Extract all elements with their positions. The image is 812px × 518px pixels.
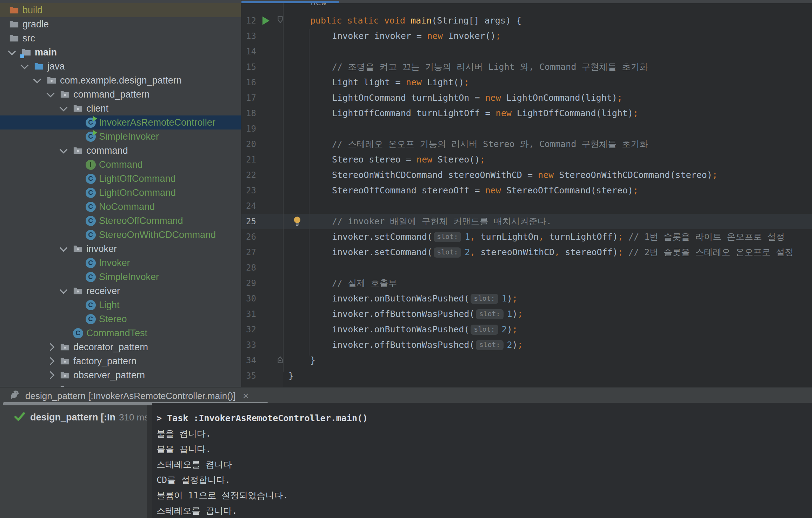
chevron-down-icon[interactable]	[60, 146, 68, 154]
tree-item-label: SimpleInvoker	[99, 131, 159, 142]
class-icon: C	[85, 131, 96, 142]
tree-item-command[interactable]: command	[0, 144, 241, 158]
token-po: ;	[512, 293, 518, 304]
tree-item-StereoOffCommand[interactable]: CStereoOffCommand	[0, 214, 241, 228]
tree-item-label: Invoker	[99, 258, 130, 268]
console-separator[interactable]	[147, 405, 152, 518]
token-num: 1	[507, 309, 512, 319]
tree-item-Invoker[interactable]: CInvoker	[0, 256, 241, 270]
tree-item-factory_pattern[interactable]: factory_pattern	[0, 354, 241, 368]
chevron-box	[61, 106, 73, 111]
tree-item-Command[interactable]: ICommand	[0, 158, 241, 172]
run-console[interactable]: > Task :InvokerAsRemoteController.main()…	[152, 403, 812, 518]
token-num: 1	[465, 232, 470, 242]
class-glyph: C	[86, 272, 96, 282]
chevron-down-icon[interactable]	[21, 61, 29, 69]
line-number: 22	[241, 167, 256, 183]
chevron-down-icon[interactable]	[33, 75, 41, 84]
chevron-box	[61, 288, 73, 294]
close-icon[interactable]: ×	[243, 390, 249, 402]
chevron-right-icon[interactable]	[47, 371, 55, 379]
tree-item-gradle[interactable]: gradle	[0, 17, 241, 31]
chevron-right-icon[interactable]	[47, 357, 55, 365]
package-icon	[60, 384, 70, 387]
tree-item-java[interactable]: java	[0, 59, 241, 73]
class-icon: C	[85, 201, 96, 212]
token-cmt: // 1번 슬롯을 라이트 온오프로 설정	[623, 232, 785, 242]
folder-main-icon	[21, 47, 32, 58]
line-number: 28	[241, 260, 256, 275]
tree-item-main[interactable]: main	[0, 45, 241, 59]
line-number: 19	[241, 121, 256, 137]
token-cmt: // invoker 배열에 구현체 커맨드를 매치시켜준다.	[332, 216, 552, 226]
tree-item-observer_pattern[interactable]: observer_pattern	[0, 368, 241, 382]
fold-end-icon[interactable]	[277, 356, 283, 365]
interface-icon: I	[85, 159, 96, 170]
tree-item-LightOffCommand[interactable]: CLightOffCommand	[0, 172, 241, 186]
token-num: 2	[465, 247, 470, 257]
run-gutter-icon[interactable]	[262, 16, 269, 25]
tree-item-receiver[interactable]: receiver	[0, 284, 241, 298]
line-number: 15	[241, 59, 256, 75]
class-icon: C	[85, 230, 96, 240]
line-number: 29	[241, 275, 256, 291]
chevron-right-icon[interactable]	[47, 343, 55, 351]
intention-bulb-icon[interactable]	[293, 216, 302, 228]
line-number: 20	[241, 137, 256, 152]
tree-item-SimpleInvoker[interactable]: CSimpleInvoker	[0, 270, 241, 284]
tree-item-label: Stereo	[99, 314, 127, 325]
tree-item-label: command	[86, 145, 128, 156]
code-editor[interactable]: new * 1213141516171819202122232425262728…	[241, 3, 812, 387]
tree-item-InvokerAsRemoteController[interactable]: CInvokerAsRemoteController	[0, 115, 241, 130]
token-id: invoker.onButtonWasPushed(	[332, 293, 469, 304]
chevron-box	[34, 78, 46, 83]
chevron-down-icon[interactable]	[60, 104, 68, 112]
tree-item-clipped[interactable]	[0, 382, 241, 387]
fold-collapse-icon[interactable]	[277, 16, 283, 25]
tree-item-SimpleInvoker[interactable]: CSimpleInvoker	[0, 130, 241, 144]
tree-item-command_pattern[interactable]: command_pattern	[0, 87, 241, 101]
token-kw: new	[406, 77, 422, 87]
token-po: ;	[618, 232, 623, 242]
chevron-down-icon[interactable]	[47, 89, 55, 98]
chevron-box	[48, 358, 60, 364]
tree-item-Light[interactable]: CLight	[0, 298, 241, 312]
tree-item-label: client	[86, 103, 108, 114]
tree-item-decorator_pattern[interactable]: decorator_pattern	[0, 340, 241, 354]
class-icon: C	[85, 272, 96, 282]
tree-item-LightOnCommand[interactable]: CLightOnCommand	[0, 186, 241, 200]
chevron-down-icon[interactable]	[60, 286, 68, 294]
tree-item-src[interactable]: src	[0, 31, 241, 45]
line-number: 31	[241, 306, 256, 322]
token-po: ,	[470, 232, 475, 242]
token-cmt: // 2번 슬롯을 스테레오 온오프로 설정	[623, 247, 793, 257]
chevron-down-icon[interactable]	[8, 47, 16, 55]
line-number: 13	[241, 28, 256, 44]
tree-item-invoker[interactable]: invoker	[0, 242, 241, 256]
token-id: Stereo()	[432, 154, 480, 165]
token-po: ;	[712, 170, 718, 180]
package-icon	[73, 244, 83, 254]
run-result-node[interactable]: design_pattern [:In 310 ms	[14, 412, 147, 423]
console-line: > Task :InvokerAsRemoteController.main()	[157, 411, 368, 426]
class-glyph: C	[86, 314, 96, 324]
tree-item-StereoOnWithCDCommand[interactable]: CStereoOnWithCDCommand	[0, 228, 241, 242]
token-po: ;	[618, 247, 623, 257]
tree-item-NoCommand[interactable]: CNoCommand	[0, 200, 241, 214]
token-fn: main	[411, 15, 432, 26]
tree-item-com.example.design_pattern[interactable]: com.example.design_pattern	[0, 73, 241, 87]
inlay-hint: slot:	[476, 340, 503, 350]
tree-item-client[interactable]: client	[0, 101, 241, 115]
tree-item-CommandTest[interactable]: CCommandTest	[0, 326, 241, 340]
tree-item-build[interactable]: build	[0, 3, 241, 17]
folder-build-icon	[9, 5, 19, 15]
token-po: ;	[518, 340, 523, 350]
chevron-box	[48, 344, 60, 350]
token-id: )	[512, 309, 518, 319]
run-config-tab[interactable]: design_pattern [:InvokerAsRemoteControll…	[8, 389, 249, 403]
token-id: StereoOnWithCDCommand stereoOnWithCD =	[332, 170, 538, 180]
token-kw: new	[485, 185, 501, 195]
tree-item-Stereo[interactable]: CStereo	[0, 312, 241, 326]
chevron-down-icon[interactable]	[60, 244, 68, 252]
code-line-32: invoker.onButtonWasPushed(slot:2);	[332, 322, 518, 337]
